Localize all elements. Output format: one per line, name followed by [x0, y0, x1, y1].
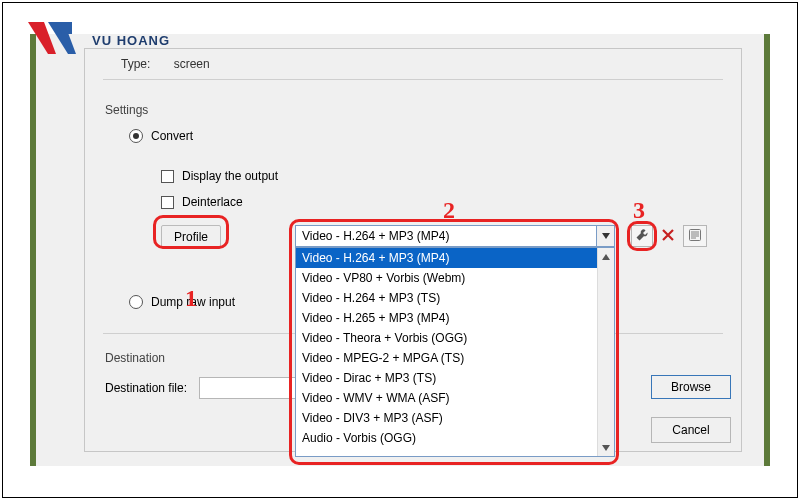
display-output-checkbox[interactable] [161, 170, 174, 183]
divider [103, 79, 723, 80]
type-value: screen [174, 57, 210, 71]
cancel-button-label: Cancel [672, 423, 709, 437]
decor-stripe-left [30, 34, 36, 466]
destination-file-label: Destination file: [105, 381, 187, 395]
profile-option[interactable]: Video - MPEG-2 + MPGA (TS) [296, 348, 597, 368]
edit-profile-button[interactable] [631, 225, 653, 247]
convert-radio-row[interactable]: Convert [129, 129, 193, 143]
profile-dropdown-value: Video - H.264 + MP3 (MP4) [302, 229, 450, 243]
svg-rect-0 [690, 229, 701, 240]
deinterlace-checkbox[interactable] [161, 196, 174, 209]
convert-dialog: Type: screen Settings Convert Display th… [84, 48, 742, 452]
convert-label: Convert [151, 129, 193, 143]
profile-option[interactable]: Video - DIV3 + MP3 (ASF) [296, 408, 597, 428]
display-output-label: Display the output [182, 169, 278, 183]
chevron-down-icon[interactable] [596, 226, 614, 246]
profile-option[interactable]: Video - VP80 + Vorbis (Webm) [296, 268, 597, 288]
close-icon [661, 228, 675, 245]
annotation-number: 3 [633, 197, 645, 224]
decor-stripe-right [764, 34, 770, 466]
app-background: Type: screen Settings Convert Display th… [30, 34, 770, 466]
new-profile-icon [688, 228, 702, 245]
vuhoang-logo: VU HOANG [26, 20, 170, 60]
wrench-icon [635, 228, 649, 245]
annotation-number: 2 [443, 197, 455, 224]
cancel-button[interactable]: Cancel [651, 417, 731, 443]
profile-option[interactable]: Audio - Vorbis (OGG) [296, 428, 597, 448]
profile-label: Profile [161, 225, 221, 249]
browse-button[interactable]: Browse [651, 375, 731, 399]
profile-option[interactable]: Video - Dirac + MP3 (TS) [296, 368, 597, 388]
convert-radio[interactable] [129, 129, 143, 143]
profile-option[interactable]: Video - H.264 + MP3 (MP4) [296, 248, 597, 268]
deinterlace-label: Deinterlace [182, 195, 243, 209]
logo-text: VU HOANG [92, 33, 170, 48]
deinterlace-row[interactable]: Deinterlace [161, 195, 243, 209]
delete-profile-button[interactable] [657, 225, 679, 247]
profile-dropdown-list[interactable]: Video - H.264 + MP3 (MP4) Video - VP80 +… [295, 247, 615, 457]
profile-dropdown[interactable]: Video - H.264 + MP3 (MP4) [295, 225, 615, 247]
scroll-up-icon[interactable] [598, 248, 614, 265]
profile-option-list: Video - H.264 + MP3 (MP4) Video - VP80 +… [296, 248, 597, 456]
display-output-row[interactable]: Display the output [161, 169, 278, 183]
profile-option[interactable]: Video - WMV + WMA (ASF) [296, 388, 597, 408]
new-profile-button[interactable] [683, 225, 707, 247]
profile-option[interactable]: Video - H.264 + MP3 (TS) [296, 288, 597, 308]
logo-mark-icon [26, 20, 86, 60]
dump-raw-radio-row[interactable]: Dump raw input [129, 295, 235, 309]
profile-option[interactable]: Video - Theora + Vorbis (OGG) [296, 328, 597, 348]
settings-heading: Settings [105, 103, 148, 117]
scroll-down-icon[interactable] [598, 439, 614, 456]
browse-button-label: Browse [671, 380, 711, 394]
annotation-number: 1 [185, 285, 197, 312]
dump-raw-radio[interactable] [129, 295, 143, 309]
profile-option[interactable]: Video - H.265 + MP3 (MP4) [296, 308, 597, 328]
dropdown-scrollbar[interactable] [597, 248, 614, 456]
destination-heading: Destination [105, 351, 165, 365]
